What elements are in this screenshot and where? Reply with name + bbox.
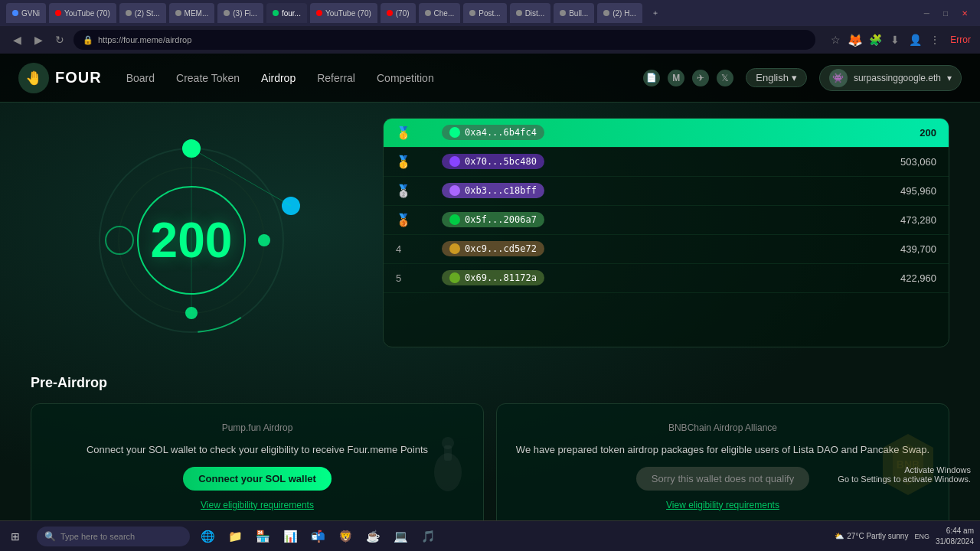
url-text: https://four.meme/airdrop [98,35,191,44]
taskbar-search[interactable]: 🔍 Type here to search [37,527,190,546]
score-3: 473,280 [844,214,936,226]
taskbar-pinned-apps: 🌐 📁 🏪 📊 📬 🦁 ☕ 💻 🎵 [196,525,439,548]
rank-medal-icon: 🥇 [396,155,411,169]
bnb-eligibility-link[interactable]: View eligibility requirements [666,500,779,510]
leaderboard-row-5: 5 0x69...81172a 422,960 [384,264,949,293]
leaderboard-top-row: 🥇 0xa4...6b4fc4 200 [384,119,949,148]
chevron-down-icon: ▾ [792,72,797,83]
nav-airdrop[interactable]: Airdrop [261,72,296,84]
pump-decorative-icon [425,434,471,495]
rank-number-5: 5 [396,272,401,284]
new-tab-button[interactable]: ＋ [645,3,665,23]
forward-button[interactable]: ▶ [31,32,46,47]
taskbar-app-4[interactable]: 📊 [279,525,302,548]
error-badge: Error [950,34,971,45]
taskbar-app-7[interactable]: ☕ [361,525,384,548]
leaderboard-row-1: 🥇 0x70...5bc480 503,060 [384,148,949,177]
logo[interactable]: 🤚 FOUR [18,63,102,93]
rank-badge-3: 🥉 [396,213,442,227]
medium-icon[interactable]: M [668,70,684,86]
start-button[interactable]: ⊞ [0,521,31,552]
tab-dot [603,10,609,16]
system-tray: ENG [914,533,929,540]
taskbar-app-6[interactable]: 🦁 [334,525,357,548]
user-menu[interactable]: 👾 surpassinggoogle.eth ▾ [819,65,962,91]
addr-dot [449,185,460,196]
addr-cell-2: 0xb3...c18bff [442,183,844,199]
nav-create-token[interactable]: Create Token [176,72,240,84]
extension-icon[interactable]: 🦊 [848,32,863,47]
taskbar-app-8[interactable]: 💻 [389,525,412,548]
tab-bull[interactable]: Bull... [554,3,594,23]
tab-youtube1[interactable]: YouTube (70) [49,3,116,23]
url-input[interactable]: 🔒 https://four.meme/airdrop [74,30,815,50]
tab-bar: GVNi YouTube (70) (2) St... MEM... (3) F… [0,0,980,26]
tab-70[interactable]: (70) [381,3,416,23]
svg-point-6 [258,234,270,246]
close-button[interactable]: ✕ [956,3,974,23]
doc-icon[interactable]: 📄 [643,70,660,86]
taskbar-app-2[interactable]: 📁 [224,525,247,548]
addr-dot [449,243,460,254]
profile-icon[interactable]: 👤 [907,32,923,47]
bnb-card-label: BNBChain Airdrop Alliance [668,422,777,433]
left-section: 200 [31,118,352,347]
address-text-2: 0xb3...c18bff [465,185,537,196]
pump-card-label: Pump.fun Airdrop [222,422,293,433]
score-4: 439,700 [844,243,936,255]
nav-referral[interactable]: Referral [317,72,355,84]
taskbar-app-5[interactable]: 📬 [306,525,329,548]
bnb-qualify-button[interactable]: Sorry this wallet does not qualify [636,467,809,491]
weather-icon: ⛅ [835,532,844,540]
tab-post[interactable]: Post... [463,3,506,23]
tab-2h[interactable]: (2) H... [597,3,642,23]
page-body: 200 🥇 0xa4...6b4fc4 200 [0,103,980,363]
nav-board[interactable]: Board [126,72,155,84]
tab-label: (2) H... [612,9,636,18]
puzzle-icon[interactable]: 🧩 [867,32,883,47]
tab-mem[interactable]: MEM... [169,3,215,23]
tab-3fi[interactable]: (3) Fi... [217,3,263,23]
pump-eligibility-link[interactable]: View eligibility requirements [201,500,314,510]
back-button[interactable]: ◀ [9,32,24,47]
taskbar-right: ⛅ 27°C Partly sunny ENG 6:44 am 31/08/20… [835,526,980,547]
tab-label: Post... [479,9,500,18]
maximize-button[interactable]: □ [937,3,954,23]
tab-2st[interactable]: (2) St... [119,3,166,23]
bnb-card-desc: We have prepared token airdrop packages … [516,442,929,458]
rank-badge-5: 5 [396,272,442,284]
nav-competition[interactable]: Competition [377,72,434,84]
address-pill-4: 0xc9...cd5e72 [442,241,544,256]
tab-che[interactable]: Che... [419,3,461,23]
taskbar-app-3[interactable]: 🏪 [251,525,274,548]
tab-four[interactable]: four... [266,3,307,23]
svg-point-13 [442,437,454,449]
tab-label: YouTube (70) [325,9,371,18]
navbar: 🤚 FOUR Board Create Token Airdrop Referr… [0,54,980,103]
settings-icon[interactable]: ⋮ [927,32,942,47]
score-1: 503,060 [844,156,936,168]
circle-number: 200 [151,212,233,269]
tab-youtube2[interactable]: YouTube (70) [310,3,377,23]
addr-cell-4: 0xc9...cd5e72 [442,241,844,257]
tab-label: (2) St... [135,9,160,18]
taskbar-app-9[interactable]: 🎵 [416,525,439,548]
tab-gvni[interactable]: GVNi [6,3,46,23]
reload-button[interactable]: ↻ [52,32,67,47]
download-icon[interactable]: ⬇ [887,32,903,47]
tab-dist[interactable]: Dist... [510,3,551,23]
rank-badge-1: 🥇 [396,155,442,169]
language-selector[interactable]: English ▾ [746,68,807,87]
rank-medal: 🥇 [396,126,411,140]
taskbar-app-1[interactable]: 🌐 [196,525,219,548]
logo-text: FOUR [55,69,102,86]
tab-dot [126,10,132,16]
time-text: 6:44 am [936,526,974,536]
twitter-icon[interactable]: 𝕏 [717,70,733,86]
minimize-button[interactable]: ─ [918,3,936,23]
pre-airdrop-title: Pre-Airdrop [31,375,949,391]
telegram-icon[interactable]: ✈ [692,70,709,86]
score-top: 200 [844,127,936,139]
bookmark-icon[interactable]: ☆ [828,32,843,47]
connect-sol-wallet-button[interactable]: Connect your SOL wallet [183,467,332,491]
